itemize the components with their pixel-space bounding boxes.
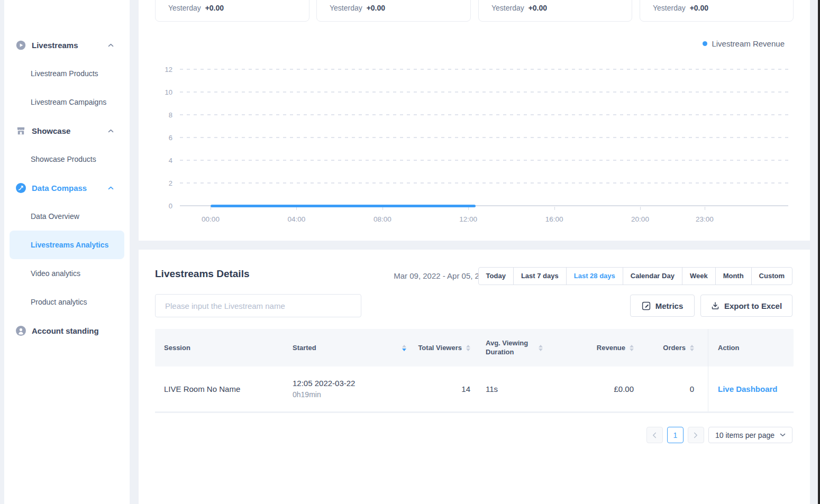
x-axis-tick-mark xyxy=(554,207,555,210)
pagination: 1 10 items per page xyxy=(646,427,792,443)
card-delta-value: +0.00 xyxy=(690,4,708,12)
column-header-session: Session xyxy=(155,329,293,366)
x-axis-tick-label: 08:00 xyxy=(373,215,391,223)
prev-page-button[interactable] xyxy=(646,427,663,443)
card-period-label: Yesterday xyxy=(168,4,201,12)
sidebar-item-livestream-products[interactable]: Livestream Products xyxy=(4,59,130,88)
y-axis-tick-label: 2 xyxy=(169,179,172,187)
orders-cell: 0 xyxy=(644,366,708,411)
sort-icon-revenue[interactable] xyxy=(630,345,634,351)
sidebar-item-account-standing[interactable]: Account standing xyxy=(4,316,130,345)
tab-calendar-day[interactable]: Calendar Day xyxy=(623,267,682,285)
avg-viewing-duration-cell: 11s xyxy=(472,366,570,411)
legend-item-livestream-revenue[interactable]: Livestream Revenue xyxy=(703,39,785,48)
column-header-revenue[interactable]: Revenue xyxy=(570,329,644,366)
revenue-chart-panel: Yesterday +0.00 Yesterday +0.00 Yesterda… xyxy=(139,0,810,241)
sort-icon-avg-viewing-duration[interactable] xyxy=(539,345,543,351)
edit-metrics-icon xyxy=(642,301,651,310)
column-header-started[interactable]: Started xyxy=(293,329,404,366)
tab-last-7-days[interactable]: Last 7 days xyxy=(513,267,567,285)
x-axis-tick-label: 00:00 xyxy=(202,215,220,223)
legend-label: Livestream Revenue xyxy=(712,39,785,48)
sidebar-item-data-compass[interactable]: Data Compass xyxy=(4,173,130,202)
summary-card: Yesterday +0.00 xyxy=(316,0,471,22)
sidebar-item-label: Product analytics xyxy=(31,298,87,306)
page-size-select[interactable]: 10 items per page xyxy=(708,427,792,443)
revenue-cell: £0.00 xyxy=(570,366,644,411)
chevron-up-icon xyxy=(108,186,114,190)
livestreams-table: Session Started Total Viewers Avg. Viewi… xyxy=(155,329,794,413)
card-delta-value: +0.00 xyxy=(529,4,547,12)
y-axis-tick-label: 4 xyxy=(169,156,172,164)
card-delta-value: +0.00 xyxy=(205,4,224,12)
total-viewers-cell: 14 xyxy=(404,366,472,411)
card-period-label: Yesterday xyxy=(491,4,524,12)
date-range-tabs: Today Last 7 days Last 28 days Calendar … xyxy=(478,267,792,285)
sort-icon-total-viewers[interactable] xyxy=(466,345,470,351)
sidebar-item-label: Data Compass xyxy=(32,184,87,193)
storefront-icon xyxy=(16,126,26,136)
sidebar-item-label: Data Overview xyxy=(31,212,79,221)
chevron-right-icon xyxy=(694,432,698,438)
sidebar-item-label: Livestreams xyxy=(32,41,78,50)
sidebar-item-showcase[interactable]: Showcase xyxy=(4,116,130,145)
sort-icon-orders[interactable] xyxy=(690,345,694,351)
column-header-avg-viewing-duration[interactable]: Avg. Viewing Duration xyxy=(472,329,570,366)
x-axis-tick-label: 04:00 xyxy=(287,215,305,223)
sidebar-item-label: Video analytics xyxy=(31,269,80,278)
metrics-button[interactable]: Metrics xyxy=(630,295,695,317)
summary-card: Yesterday +0.00 xyxy=(478,0,632,22)
y-axis-tick-label: 6 xyxy=(169,133,172,141)
livestream-play-icon xyxy=(16,40,26,50)
sidebar-item-label: Livestream Products xyxy=(31,69,98,78)
action-cell: Live Dashboard xyxy=(708,366,794,411)
table-row: LIVE Room No Name 12:05 2022-03-22 0h19m… xyxy=(155,366,794,413)
y-gridline: 12 xyxy=(180,69,788,70)
live-dashboard-link[interactable]: Live Dashboard xyxy=(718,384,778,393)
card-period-label: Yesterday xyxy=(653,4,686,12)
y-axis-tick-label: 12 xyxy=(165,65,172,73)
sidebar-item-label: Account standing xyxy=(32,326,99,335)
sidebar-item-showcase-products[interactable]: Showcase Products xyxy=(4,145,130,173)
sidebar-item-livestreams-analytics[interactable]: Livestreams Analytics xyxy=(10,231,124,259)
card-period-label: Yesterday xyxy=(330,4,362,12)
livestream-search-input[interactable] xyxy=(155,294,361,317)
sidebar-item-product-analytics[interactable]: Product analytics xyxy=(4,288,130,316)
column-header-orders[interactable]: Orders xyxy=(644,329,708,366)
export-button-label: Export to Excel xyxy=(724,301,782,310)
chevron-down-icon xyxy=(780,433,786,437)
window-right-edge xyxy=(818,0,820,504)
sidebar-item-livestreams[interactable]: Livestreams xyxy=(4,31,130,59)
stream-duration: 0h19min xyxy=(293,389,355,400)
sidebar-item-video-analytics[interactable]: Video analytics xyxy=(4,259,130,288)
export-to-excel-button[interactable]: Export to Excel xyxy=(700,295,792,317)
download-icon xyxy=(711,301,719,310)
tab-week[interactable]: Week xyxy=(682,267,716,285)
tab-today[interactable]: Today xyxy=(478,267,514,285)
x-axis-tick-label: 16:00 xyxy=(545,215,563,223)
legend-dot-icon xyxy=(703,41,707,46)
tab-month[interactable]: Month xyxy=(715,267,752,285)
sidebar-item-livestream-campaigns[interactable]: Livestream Campaigns xyxy=(4,88,130,116)
sidebar-item-label: Showcase Products xyxy=(31,155,96,163)
page-number-button[interactable]: 1 xyxy=(667,427,684,443)
y-gridline: 6 xyxy=(180,137,788,138)
x-axis-tick-label: 20:00 xyxy=(631,215,649,223)
column-header-total-viewers[interactable]: Total Viewers xyxy=(404,329,472,366)
x-axis-tick-mark xyxy=(640,207,641,210)
revenue-chart-plot: 02468101200:0004:0008:0012:0016:0020:002… xyxy=(180,58,788,206)
next-page-button[interactable] xyxy=(688,427,704,443)
chevron-up-icon xyxy=(108,129,114,133)
y-gridline: 8 xyxy=(180,114,788,115)
sidebar: Livestreams Livestream Products Livestre… xyxy=(4,0,130,504)
column-header-action: Action xyxy=(708,329,794,366)
sidebar-item-data-overview[interactable]: Data Overview xyxy=(4,202,130,231)
sidebar-item-label: Livestreams Analytics xyxy=(31,241,108,249)
tab-last-28-days[interactable]: Last 28 days xyxy=(566,267,623,285)
summary-card: Yesterday +0.00 xyxy=(155,0,309,22)
session-cell: LIVE Room No Name xyxy=(155,366,293,411)
sidebar-item-label: Livestream Campaigns xyxy=(31,98,106,106)
tab-custom[interactable]: Custom xyxy=(751,267,792,285)
y-axis-tick-label: 0 xyxy=(169,202,172,210)
livestreams-details-panel: Livestreams Details Mar 09, 2022 - Apr 0… xyxy=(139,250,810,504)
